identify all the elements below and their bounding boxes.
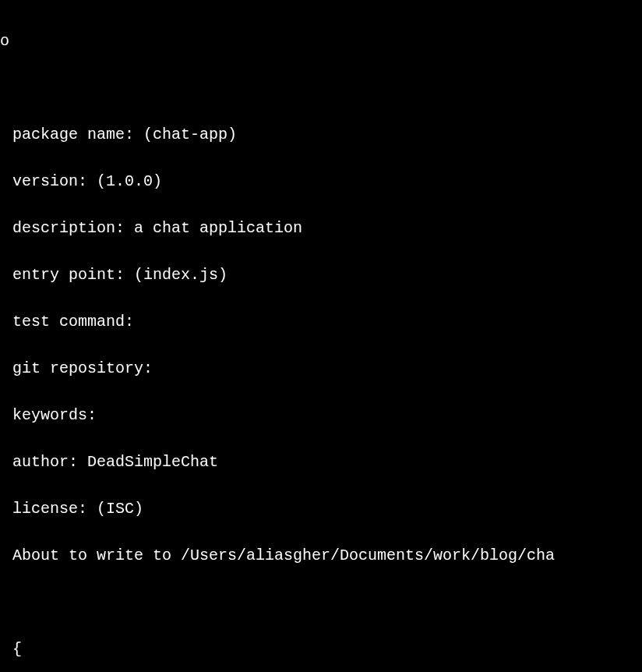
prompt-version: version: (1.0.0) — [12, 170, 642, 193]
about-to-write-path: About to write to /Users/aliasgher/Docum… — [12, 544, 642, 568]
prompt-git-repository: git repository: — [12, 357, 642, 380]
prompt-package-name: package name: (chat-app) — [12, 123, 642, 147]
prompt-license: license: (ISC) — [12, 497, 642, 521]
prompt-entry-point: entry point: (index.js) — [12, 263, 642, 287]
edge-partial-char: o — [0, 30, 9, 53]
prompt-keywords: keywords: — [12, 404, 642, 427]
prompt-description: description: a chat application — [12, 217, 642, 240]
blank-line — [12, 591, 642, 614]
prompt-test-command: test command: — [12, 310, 642, 334]
json-open-brace: { — [12, 638, 642, 661]
prompt-author: author: DeadSimpleChat — [12, 451, 642, 474]
